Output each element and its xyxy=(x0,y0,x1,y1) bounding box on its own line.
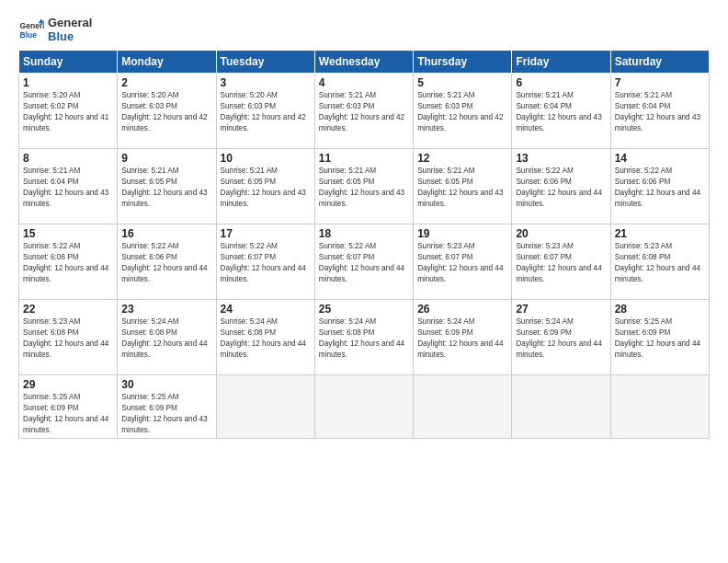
day-number: 5 xyxy=(417,76,507,89)
calendar-cell: 5Sunrise: 5:21 AMSunset: 6:03 PMDaylight… xyxy=(414,73,512,148)
day-number: 12 xyxy=(417,152,507,165)
day-number: 3 xyxy=(221,76,311,89)
th-saturday: Saturday xyxy=(610,50,709,73)
calendar-cell: 6Sunrise: 5:21 AMSunset: 6:04 PMDaylight… xyxy=(512,73,610,148)
calendar-cell: 21Sunrise: 5:23 AMSunset: 6:08 PMDayligh… xyxy=(610,224,709,299)
day-info: Sunrise: 5:24 AMSunset: 6:09 PMDaylight:… xyxy=(516,316,606,361)
calendar-cell: 23Sunrise: 5:24 AMSunset: 6:08 PMDayligh… xyxy=(118,299,216,374)
calendar: Sunday Monday Tuesday Wednesday Thursday… xyxy=(18,50,710,440)
day-info: Sunrise: 5:21 AMSunset: 6:05 PMDaylight:… xyxy=(221,166,311,210)
calendar-cell: 2Sunrise: 5:20 AMSunset: 6:03 PMDaylight… xyxy=(118,73,216,148)
day-info: Sunrise: 5:20 AMSunset: 6:03 PMDaylight:… xyxy=(221,90,311,134)
calendar-cell: 1Sunrise: 5:20 AMSunset: 6:02 PMDaylight… xyxy=(19,73,118,148)
day-info: Sunrise: 5:23 AMSunset: 6:07 PMDaylight:… xyxy=(516,241,606,285)
day-number: 6 xyxy=(516,76,606,89)
day-number: 30 xyxy=(121,378,211,391)
calendar-cell: 18Sunrise: 5:22 AMSunset: 6:07 PMDayligh… xyxy=(314,224,413,299)
day-info: Sunrise: 5:21 AMSunset: 6:04 PMDaylight:… xyxy=(615,90,705,134)
th-thursday: Thursday xyxy=(414,50,512,73)
day-info: Sunrise: 5:25 AMSunset: 6:09 PMDaylight:… xyxy=(615,316,705,361)
day-number: 23 xyxy=(121,303,211,316)
page: General Blue General Blue Sunday Monday … xyxy=(0,0,728,563)
day-number: 10 xyxy=(221,152,311,165)
day-number: 26 xyxy=(417,303,507,316)
calendar-cell: 7Sunrise: 5:21 AMSunset: 6:04 PMDaylight… xyxy=(610,73,709,148)
calendar-cell: 28Sunrise: 5:25 AMSunset: 6:09 PMDayligh… xyxy=(610,299,709,374)
day-info: Sunrise: 5:22 AMSunset: 6:06 PMDaylight:… xyxy=(615,166,705,210)
day-number: 1 xyxy=(23,76,113,89)
day-info: Sunrise: 5:21 AMSunset: 6:04 PMDaylight:… xyxy=(516,90,606,134)
calendar-cell: 19Sunrise: 5:23 AMSunset: 6:07 PMDayligh… xyxy=(414,224,512,299)
weekday-header-row: Sunday Monday Tuesday Wednesday Thursday… xyxy=(19,50,710,73)
calendar-cell xyxy=(314,374,413,439)
calendar-cell: 22Sunrise: 5:23 AMSunset: 6:08 PMDayligh… xyxy=(19,299,118,374)
day-number: 21 xyxy=(615,227,705,240)
day-info: Sunrise: 5:22 AMSunset: 6:06 PMDaylight:… xyxy=(516,166,606,210)
day-number: 4 xyxy=(319,76,409,89)
day-info: Sunrise: 5:25 AMSunset: 6:09 PMDaylight:… xyxy=(23,392,113,436)
calendar-cell: 20Sunrise: 5:23 AMSunset: 6:07 PMDayligh… xyxy=(512,224,610,299)
svg-text:Blue: Blue xyxy=(20,30,38,40)
day-number: 28 xyxy=(615,303,705,316)
calendar-cell: 26Sunrise: 5:24 AMSunset: 6:09 PMDayligh… xyxy=(414,299,512,374)
day-info: Sunrise: 5:23 AMSunset: 6:07 PMDaylight:… xyxy=(417,241,507,285)
day-number: 17 xyxy=(221,227,311,240)
calendar-cell xyxy=(512,374,610,439)
day-number: 27 xyxy=(516,303,606,316)
calendar-cell: 13Sunrise: 5:22 AMSunset: 6:06 PMDayligh… xyxy=(512,148,610,224)
header: General Blue General Blue xyxy=(18,17,710,44)
day-number: 7 xyxy=(615,76,705,89)
day-info: Sunrise: 5:23 AMSunset: 6:08 PMDaylight:… xyxy=(615,241,705,285)
calendar-cell: 16Sunrise: 5:22 AMSunset: 6:06 PMDayligh… xyxy=(118,224,216,299)
day-info: Sunrise: 5:22 AMSunset: 6:06 PMDaylight:… xyxy=(121,241,211,285)
day-info: Sunrise: 5:23 AMSunset: 6:08 PMDaylight:… xyxy=(23,316,113,361)
day-number: 2 xyxy=(121,76,211,89)
day-number: 25 xyxy=(319,303,409,316)
calendar-cell: 12Sunrise: 5:21 AMSunset: 6:05 PMDayligh… xyxy=(414,148,512,224)
day-number: 24 xyxy=(221,303,311,316)
day-info: Sunrise: 5:24 AMSunset: 6:08 PMDaylight:… xyxy=(221,316,311,361)
day-info: Sunrise: 5:21 AMSunset: 6:03 PMDaylight:… xyxy=(417,90,507,134)
calendar-cell: 30Sunrise: 5:25 AMSunset: 6:09 PMDayligh… xyxy=(118,374,216,439)
day-info: Sunrise: 5:24 AMSunset: 6:08 PMDaylight:… xyxy=(319,316,409,361)
calendar-cell: 14Sunrise: 5:22 AMSunset: 6:06 PMDayligh… xyxy=(610,148,709,224)
day-info: Sunrise: 5:24 AMSunset: 6:09 PMDaylight:… xyxy=(417,316,507,361)
th-sunday: Sunday xyxy=(19,50,118,73)
day-info: Sunrise: 5:20 AMSunset: 6:02 PMDaylight:… xyxy=(23,90,113,134)
calendar-cell: 15Sunrise: 5:22 AMSunset: 6:06 PMDayligh… xyxy=(19,224,118,299)
calendar-cell: 4Sunrise: 5:21 AMSunset: 6:03 PMDaylight… xyxy=(314,73,413,148)
calendar-cell xyxy=(216,374,314,439)
day-number: 18 xyxy=(319,227,409,240)
day-number: 19 xyxy=(417,227,507,240)
day-number: 16 xyxy=(121,227,211,240)
th-tuesday: Tuesday xyxy=(216,50,314,73)
calendar-cell: 11Sunrise: 5:21 AMSunset: 6:05 PMDayligh… xyxy=(314,148,413,224)
th-monday: Monday xyxy=(118,50,216,73)
calendar-cell: 9Sunrise: 5:21 AMSunset: 6:05 PMDaylight… xyxy=(118,148,216,224)
calendar-cell: 10Sunrise: 5:21 AMSunset: 6:05 PMDayligh… xyxy=(216,148,314,224)
day-number: 8 xyxy=(23,152,113,165)
logo-icon: General Blue xyxy=(18,17,44,43)
day-number: 22 xyxy=(23,303,113,316)
calendar-cell: 27Sunrise: 5:24 AMSunset: 6:09 PMDayligh… xyxy=(512,299,610,374)
th-wednesday: Wednesday xyxy=(314,50,413,73)
day-info: Sunrise: 5:21 AMSunset: 6:05 PMDaylight:… xyxy=(417,166,507,210)
day-number: 20 xyxy=(516,227,606,240)
calendar-cell: 8Sunrise: 5:21 AMSunset: 6:04 PMDaylight… xyxy=(19,148,118,224)
day-info: Sunrise: 5:24 AMSunset: 6:08 PMDaylight:… xyxy=(121,316,211,361)
day-number: 14 xyxy=(615,152,705,165)
calendar-cell: 17Sunrise: 5:22 AMSunset: 6:07 PMDayligh… xyxy=(216,224,314,299)
day-number: 9 xyxy=(121,152,211,165)
day-info: Sunrise: 5:22 AMSunset: 6:06 PMDaylight:… xyxy=(23,241,113,285)
day-info: Sunrise: 5:22 AMSunset: 6:07 PMDaylight:… xyxy=(221,241,311,285)
day-number: 15 xyxy=(23,227,113,240)
day-info: Sunrise: 5:22 AMSunset: 6:07 PMDaylight:… xyxy=(319,241,409,285)
logo-blue: Blue xyxy=(48,30,92,44)
day-number: 13 xyxy=(516,152,606,165)
calendar-cell: 25Sunrise: 5:24 AMSunset: 6:08 PMDayligh… xyxy=(314,299,413,374)
day-info: Sunrise: 5:21 AMSunset: 6:04 PMDaylight:… xyxy=(23,166,113,210)
logo: General Blue General Blue xyxy=(18,17,92,44)
calendar-cell xyxy=(414,374,512,439)
day-info: Sunrise: 5:21 AMSunset: 6:03 PMDaylight:… xyxy=(319,90,409,134)
day-info: Sunrise: 5:20 AMSunset: 6:03 PMDaylight:… xyxy=(121,90,211,134)
